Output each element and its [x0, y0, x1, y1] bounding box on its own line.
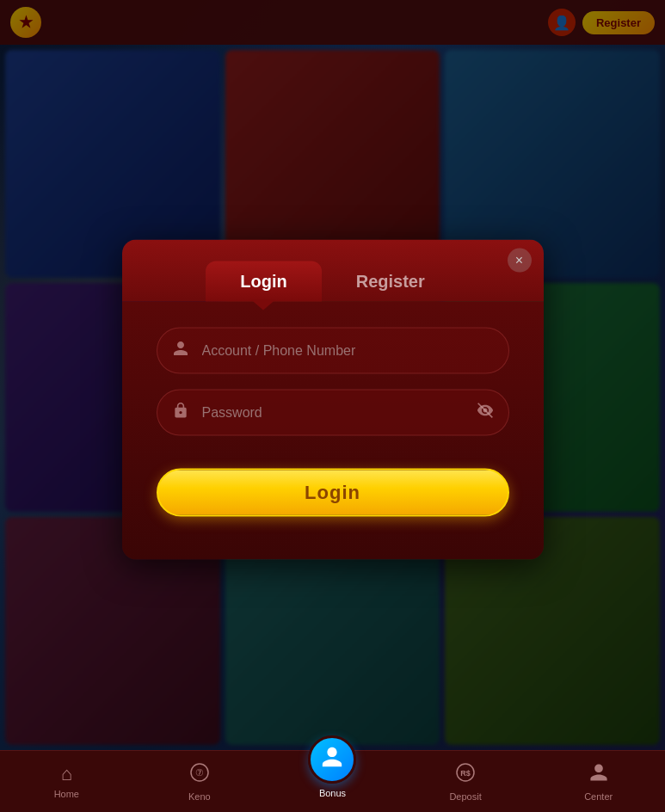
tabs: Login Register	[122, 261, 544, 302]
modal-header: × Login Register	[122, 240, 544, 302]
svg-text:⑦: ⑦	[195, 767, 204, 778]
eye-icon[interactable]	[477, 402, 494, 423]
account-input[interactable]	[157, 328, 509, 374]
nav-item-center[interactable]: Center	[532, 751, 665, 812]
nav-label-deposit: Deposit	[449, 791, 481, 802]
account-input-group	[157, 328, 509, 374]
svg-text:R$: R$	[460, 769, 471, 778]
modal-body: Login	[122, 302, 544, 560]
nav-label-center: Center	[584, 791, 613, 802]
password-input-group	[157, 390, 509, 436]
password-input[interactable]	[157, 390, 509, 436]
keno-icon: ⑦	[189, 762, 210, 786]
login-modal: × Login Register	[122, 240, 544, 560]
nav-item-home[interactable]: ⌂ Home	[0, 751, 133, 812]
nav-label-bonus: Bonus	[319, 788, 346, 798]
tab-login[interactable]: Login	[206, 261, 321, 302]
login-button[interactable]: Login	[157, 469, 509, 517]
tab-register[interactable]: Register	[322, 261, 459, 302]
bonus-circle	[308, 735, 356, 784]
bonus-icon	[320, 745, 344, 774]
deposit-icon: R$	[455, 762, 476, 786]
nav-label-home: Home	[54, 789, 79, 799]
bottom-nav: ⌂ Home ⑦ Keno Bonus R$ Depos	[0, 750, 665, 812]
nav-item-keno[interactable]: ⑦ Keno	[133, 751, 267, 812]
close-button[interactable]: ×	[508, 249, 532, 273]
nav-item-deposit[interactable]: R$ Deposit	[399, 751, 533, 812]
nav-item-bonus[interactable]: Bonus	[266, 751, 399, 812]
lock-icon	[172, 402, 189, 423]
home-icon: ⌂	[61, 765, 72, 784]
center-icon	[588, 762, 609, 786]
user-icon	[172, 340, 189, 361]
nav-label-keno: Keno	[188, 791, 211, 802]
